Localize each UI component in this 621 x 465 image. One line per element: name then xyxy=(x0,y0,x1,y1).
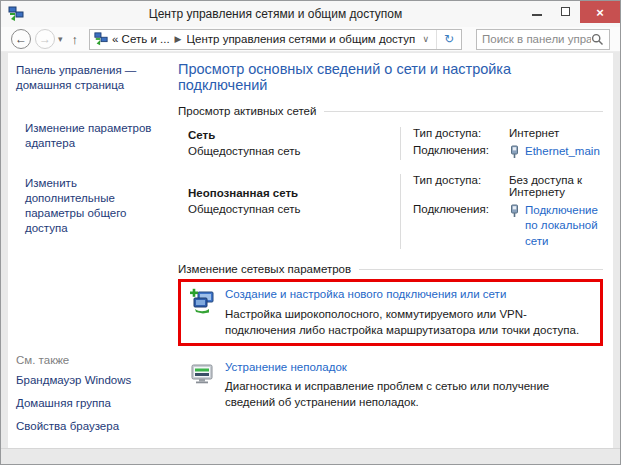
sidebar-item-homegroup[interactable]: Домашняя группа xyxy=(16,396,166,411)
network-category: Общедоступная сеть xyxy=(188,145,400,157)
access-type-value: Интернет xyxy=(509,127,603,139)
task-setup-new-connection[interactable]: Создание и настройка нового подключения … xyxy=(178,279,603,346)
see-also-header: См. также xyxy=(16,354,166,366)
search-icon[interactable] xyxy=(591,33,604,46)
sidebar: Панель управления — домашняя страница Из… xyxy=(8,53,170,448)
troubleshoot-icon xyxy=(189,361,215,387)
back-button[interactable]: ← xyxy=(11,29,31,49)
network-center-icon xyxy=(8,6,24,22)
network-category: Общедоступная сеть xyxy=(188,203,400,215)
network-2-identity: Неопознанная сеть Общедоступная сеть xyxy=(188,174,400,250)
section-active-networks-label: Просмотр активных сетей xyxy=(178,105,316,117)
access-type-label: Тип доступа: xyxy=(413,127,509,139)
window-bottom-border xyxy=(1,448,620,464)
section-divider xyxy=(359,269,603,270)
breadcrumb-current[interactable]: Центр управления сетями и общим доступом xyxy=(187,33,416,45)
connection-link-ethernet-main[interactable]: Ethernet_main xyxy=(525,144,600,160)
network-name: Сеть xyxy=(188,129,400,141)
network-name: Неопознанная сеть xyxy=(188,187,400,199)
task-text: Создание и настройка нового подключения … xyxy=(225,287,594,338)
network-sharing-center-window: Центр управления сетями и общим доступом… xyxy=(0,0,621,465)
task-troubleshoot-link[interactable]: Устранение неполадок xyxy=(225,360,594,376)
access-type-value: Без доступа к Интернету xyxy=(509,174,603,198)
maximize-icon xyxy=(561,7,570,16)
new-connection-icon xyxy=(189,288,215,314)
task-setup-new-connection-link[interactable]: Создание и настройка нового подключения … xyxy=(225,287,594,303)
search-input[interactable] xyxy=(482,33,591,45)
minimize-button[interactable] xyxy=(522,1,551,21)
task-setup-new-connection-description: Настройка широкополосного, коммутируемог… xyxy=(225,306,594,338)
sidebar-item-change-sharing-settings[interactable]: Изменить дополнительные параметры общего… xyxy=(16,168,166,244)
connection-link-local-area[interactable]: Подключение по локальной сети xyxy=(525,203,603,250)
task-troubleshoot[interactable]: Устранение неполадок Диагностика и испра… xyxy=(178,352,603,419)
connections-label: Подключения: xyxy=(413,203,509,215)
forward-icon: → xyxy=(39,32,51,46)
sidebar-item-internet-options[interactable]: Свойства браузера xyxy=(16,419,166,434)
sidebar-item-windows-firewall[interactable]: Брандмауэр Windows xyxy=(16,373,166,388)
window-controls: × xyxy=(522,1,620,21)
title-bar: Центр управления сетями и общим доступом… xyxy=(1,1,620,27)
main-pane: Просмотр основных сведений о сети и наст… xyxy=(170,53,613,448)
recent-pages-dropdown[interactable]: ▾ xyxy=(58,34,63,44)
section-change-settings-label: Изменение сетевых параметров xyxy=(178,263,351,275)
see-also-section: См. также Брандмауэр Windows Домашняя гр… xyxy=(16,354,166,442)
minimize-icon xyxy=(532,14,542,16)
task-troubleshoot-description: Диагностика и исправление проблем с сеть… xyxy=(225,378,594,410)
connection-entry: Ethernet_main xyxy=(509,144,603,160)
network-1-details: Тип доступа: Интернет Подключения: Ether… xyxy=(400,127,603,160)
maximize-button[interactable] xyxy=(551,1,580,21)
sidebar-item-change-adapter-settings[interactable]: Изменение параметров адаптера xyxy=(16,113,166,159)
search-box[interactable] xyxy=(476,29,610,50)
address-bar[interactable]: « Сеть и ... ▶ Центр управления сетями и… xyxy=(89,29,462,50)
connection-entry: Подключение по локальной сети xyxy=(509,203,603,250)
back-icon: ← xyxy=(15,32,27,46)
section-change-settings: Изменение сетевых параметров xyxy=(178,263,603,275)
network-row-2: Неопознанная сеть Общедоступная сеть Тип… xyxy=(188,174,603,250)
network-center-icon-small xyxy=(94,32,108,46)
refresh-icon[interactable]: ↻ xyxy=(437,30,461,49)
task-text: Устранение неполадок Диагностика и испра… xyxy=(225,360,594,411)
section-divider xyxy=(324,111,603,112)
breadcrumb-arrow-icon[interactable]: ▶ xyxy=(175,34,182,44)
page-title: Просмотр основных сведений о сети и наст… xyxy=(178,61,603,93)
breadcrumb-parent[interactable]: « Сеть и ... xyxy=(112,33,170,45)
address-dropdown-icon[interactable]: ∨ xyxy=(415,30,437,49)
close-icon: × xyxy=(596,5,604,20)
section-active-networks: Просмотр активных сетей xyxy=(178,105,603,117)
ethernet-icon xyxy=(509,145,520,159)
up-button[interactable]: ↑ xyxy=(72,32,79,47)
network-2-details: Тип доступа: Без доступа к Интернету Под… xyxy=(400,174,603,250)
close-button[interactable]: × xyxy=(580,1,620,23)
ethernet-icon xyxy=(509,204,520,218)
network-row-1: Сеть Общедоступная сеть Тип доступа: Инт… xyxy=(188,127,603,160)
sidebar-item-control-panel-home[interactable]: Панель управления — домашняя страница xyxy=(16,63,166,93)
network-1-identity: Сеть Общедоступная сеть xyxy=(188,127,400,160)
content-area: Панель управления — домашняя страница Из… xyxy=(8,53,613,448)
connections-label: Подключения: xyxy=(413,144,509,156)
navigation-toolbar: ← → ▾ ↑ « Сеть и ... ▶ Центр управления … xyxy=(1,27,620,52)
window-title: Центр управления сетями и общим доступом xyxy=(51,7,500,21)
forward-button[interactable]: → xyxy=(35,29,55,49)
access-type-label: Тип доступа: xyxy=(413,174,509,186)
